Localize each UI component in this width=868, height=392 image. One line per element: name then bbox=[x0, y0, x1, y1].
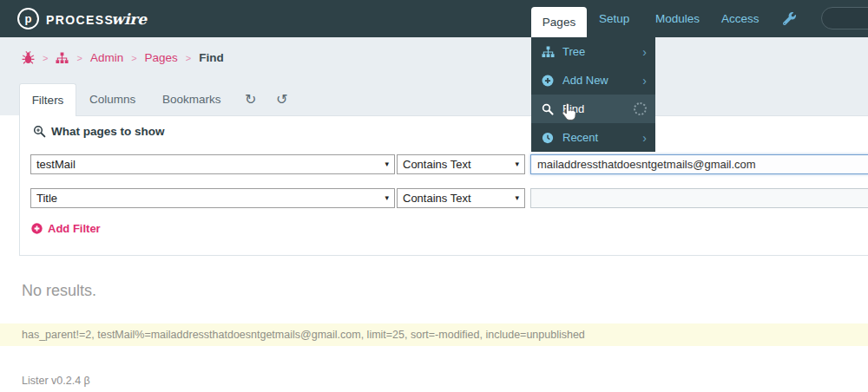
menu-item-recent[interactable]: Recent › bbox=[531, 123, 655, 152]
nav-item-access[interactable]: Access bbox=[721, 0, 760, 37]
filter-field-value: testMail bbox=[36, 158, 76, 171]
refresh-icon[interactable]: ↻ bbox=[245, 83, 256, 115]
processwire-logo[interactable]: p PROCESSwire bbox=[17, 0, 147, 37]
chevron-right-icon: › bbox=[642, 75, 647, 87]
add-filter-button[interactable]: Add Filter bbox=[31, 222, 101, 235]
chevron-right-icon: › bbox=[642, 132, 647, 144]
wrench-icon[interactable] bbox=[783, 12, 796, 29]
search-icon bbox=[542, 103, 556, 115]
tab-filters[interactable]: Filters bbox=[19, 83, 76, 116]
filter-operator-value: Contains Text bbox=[403, 158, 471, 171]
filters-panel: What pages to show testMail ▾ Contains T… bbox=[19, 115, 868, 256]
menu-item-label: Tree bbox=[562, 45, 585, 58]
loading-spinner-icon bbox=[634, 102, 647, 115]
filter-operator-select[interactable]: Contains Text ▾ bbox=[397, 154, 525, 174]
filters-heading-label: What pages to show bbox=[51, 125, 165, 138]
selector-string-bar: has_parent!=2, testMail%=mailaddressthat… bbox=[0, 323, 868, 346]
tab-bookmarks[interactable]: Bookmarks bbox=[162, 83, 221, 115]
nav-item-pages[interactable]: Pages bbox=[531, 7, 587, 37]
brand-process-text: PROCESSwire bbox=[46, 10, 147, 28]
menu-item-label: Add New bbox=[562, 74, 608, 87]
add-filter-label: Add Filter bbox=[48, 222, 101, 235]
top-navbar: p PROCESSwire Pages Setup Modules Access bbox=[0, 0, 868, 37]
filter-value-input[interactable] bbox=[530, 154, 868, 174]
filter-value-input[interactable] bbox=[530, 188, 868, 208]
filter-field-value: Title bbox=[36, 192, 57, 205]
menu-item-tree[interactable]: Tree › bbox=[531, 37, 655, 66]
filters-heading: What pages to show bbox=[33, 125, 165, 138]
breadcrumb-separator: > bbox=[43, 53, 48, 63]
breadcrumb-separator: > bbox=[186, 53, 191, 63]
clock-icon bbox=[542, 132, 556, 144]
breadcrumb-link-pages[interactable]: Pages bbox=[145, 51, 178, 64]
sitemap-icon bbox=[542, 46, 556, 58]
select-arrow-icon: ▾ bbox=[385, 155, 389, 173]
select-arrow-icon: ▾ bbox=[515, 189, 519, 207]
plus-circle-icon bbox=[31, 223, 43, 234]
breadcrumb-bar: > > Admin > Pages > Find bbox=[0, 37, 868, 78]
processwire-logo-icon: p bbox=[17, 8, 39, 29]
chevron-right-icon: › bbox=[642, 46, 647, 58]
tab-columns[interactable]: Columns bbox=[89, 83, 135, 115]
nav-item-setup[interactable]: Setup bbox=[599, 0, 629, 37]
select-arrow-icon: ▾ bbox=[385, 189, 389, 207]
filter-field-select[interactable]: testMail ▾ bbox=[30, 154, 395, 174]
filter-field-select[interactable]: Title ▾ bbox=[30, 188, 395, 208]
lister-tabstrip: Filters Columns Bookmarks ↻ ↺ bbox=[0, 78, 868, 115]
filter-operator-value: Contains Text bbox=[403, 192, 471, 205]
lister-version-label: Lister v0.2.4 β bbox=[22, 375, 90, 387]
no-results-message: No results. bbox=[22, 282, 96, 300]
processwire-admin-page: p PROCESSwire Pages Setup Modules Access bbox=[0, 0, 868, 392]
breadcrumb: > > Admin > Pages > Find bbox=[22, 37, 224, 78]
plus-circle-icon bbox=[542, 75, 556, 87]
breadcrumb-separator: > bbox=[76, 53, 82, 63]
menu-item-label: Find bbox=[562, 102, 584, 115]
topbar-search-input[interactable] bbox=[821, 7, 868, 29]
filter-operator-select[interactable]: Contains Text ▾ bbox=[397, 188, 525, 208]
menu-item-find[interactable]: Find bbox=[531, 95, 655, 123]
pages-dropdown-menu: Tree › Add New › Find bbox=[531, 37, 655, 152]
breadcrumb-current-find: Find bbox=[199, 51, 224, 64]
breadcrumb-separator: > bbox=[131, 53, 136, 63]
menu-item-add-new[interactable]: Add New › bbox=[531, 66, 655, 95]
undo-icon[interactable]: ↺ bbox=[276, 83, 287, 115]
select-arrow-icon: ▾ bbox=[515, 155, 519, 173]
sitemap-icon[interactable] bbox=[56, 52, 69, 64]
nav-item-modules[interactable]: Modules bbox=[655, 0, 700, 37]
menu-item-label: Recent bbox=[562, 131, 598, 144]
breadcrumb-link-admin[interactable]: Admin bbox=[90, 51, 123, 64]
bug-icon[interactable] bbox=[22, 51, 35, 64]
zoom-in-icon bbox=[33, 125, 46, 138]
